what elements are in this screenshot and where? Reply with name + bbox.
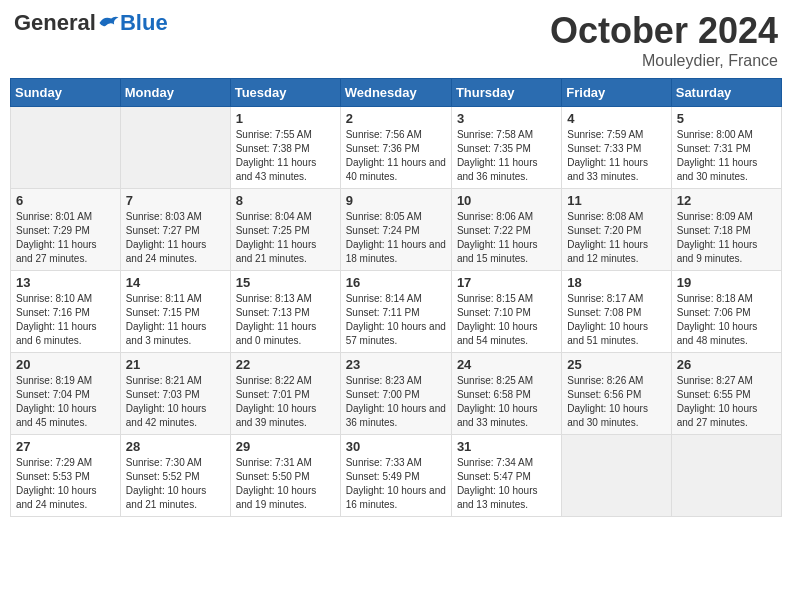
- weekday-header-wednesday: Wednesday: [340, 79, 451, 107]
- calendar-cell: 23Sunrise: 8:23 AMSunset: 7:00 PMDayligh…: [340, 353, 451, 435]
- day-info: Sunrise: 8:01 AMSunset: 7:29 PMDaylight:…: [16, 210, 115, 266]
- day-info: Sunrise: 7:55 AMSunset: 7:38 PMDaylight:…: [236, 128, 335, 184]
- day-info: Sunrise: 8:08 AMSunset: 7:20 PMDaylight:…: [567, 210, 665, 266]
- day-info: Sunrise: 8:13 AMSunset: 7:13 PMDaylight:…: [236, 292, 335, 348]
- calendar-cell: 15Sunrise: 8:13 AMSunset: 7:13 PMDayligh…: [230, 271, 340, 353]
- day-number: 10: [457, 193, 556, 208]
- day-number: 3: [457, 111, 556, 126]
- calendar-cell: 31Sunrise: 7:34 AMSunset: 5:47 PMDayligh…: [451, 435, 561, 517]
- calendar-week-2: 6Sunrise: 8:01 AMSunset: 7:29 PMDaylight…: [11, 189, 782, 271]
- calendar-cell: [562, 435, 671, 517]
- day-info: Sunrise: 8:18 AMSunset: 7:06 PMDaylight:…: [677, 292, 776, 348]
- day-number: 27: [16, 439, 115, 454]
- day-info: Sunrise: 7:58 AMSunset: 7:35 PMDaylight:…: [457, 128, 556, 184]
- day-number: 24: [457, 357, 556, 372]
- calendar-cell: 13Sunrise: 8:10 AMSunset: 7:16 PMDayligh…: [11, 271, 121, 353]
- calendar-cell: 27Sunrise: 7:29 AMSunset: 5:53 PMDayligh…: [11, 435, 121, 517]
- day-number: 4: [567, 111, 665, 126]
- calendar-cell: 16Sunrise: 8:14 AMSunset: 7:11 PMDayligh…: [340, 271, 451, 353]
- calendar-week-1: 1Sunrise: 7:55 AMSunset: 7:38 PMDaylight…: [11, 107, 782, 189]
- day-number: 29: [236, 439, 335, 454]
- calendar-table: SundayMondayTuesdayWednesdayThursdayFrid…: [10, 78, 782, 517]
- calendar-cell: 18Sunrise: 8:17 AMSunset: 7:08 PMDayligh…: [562, 271, 671, 353]
- day-number: 2: [346, 111, 446, 126]
- day-number: 6: [16, 193, 115, 208]
- calendar-cell: 11Sunrise: 8:08 AMSunset: 7:20 PMDayligh…: [562, 189, 671, 271]
- calendar-cell: 24Sunrise: 8:25 AMSunset: 6:58 PMDayligh…: [451, 353, 561, 435]
- page-header: General Blue October 2024 Mouleydier, Fr…: [10, 10, 782, 70]
- day-number: 7: [126, 193, 225, 208]
- calendar-cell: 1Sunrise: 7:55 AMSunset: 7:38 PMDaylight…: [230, 107, 340, 189]
- day-number: 16: [346, 275, 446, 290]
- day-number: 26: [677, 357, 776, 372]
- day-number: 13: [16, 275, 115, 290]
- calendar-cell: 3Sunrise: 7:58 AMSunset: 7:35 PMDaylight…: [451, 107, 561, 189]
- calendar-cell: 5Sunrise: 8:00 AMSunset: 7:31 PMDaylight…: [671, 107, 781, 189]
- calendar-week-3: 13Sunrise: 8:10 AMSunset: 7:16 PMDayligh…: [11, 271, 782, 353]
- day-info: Sunrise: 7:56 AMSunset: 7:36 PMDaylight:…: [346, 128, 446, 184]
- calendar-cell: 17Sunrise: 8:15 AMSunset: 7:10 PMDayligh…: [451, 271, 561, 353]
- calendar-cell: 29Sunrise: 7:31 AMSunset: 5:50 PMDayligh…: [230, 435, 340, 517]
- calendar-cell: 26Sunrise: 8:27 AMSunset: 6:55 PMDayligh…: [671, 353, 781, 435]
- day-info: Sunrise: 8:23 AMSunset: 7:00 PMDaylight:…: [346, 374, 446, 430]
- day-number: 20: [16, 357, 115, 372]
- calendar-cell: [11, 107, 121, 189]
- weekday-header-sunday: Sunday: [11, 79, 121, 107]
- calendar-cell: 30Sunrise: 7:33 AMSunset: 5:49 PMDayligh…: [340, 435, 451, 517]
- logo-bird-icon: [98, 14, 120, 32]
- weekday-header-monday: Monday: [120, 79, 230, 107]
- day-number: 11: [567, 193, 665, 208]
- day-info: Sunrise: 8:09 AMSunset: 7:18 PMDaylight:…: [677, 210, 776, 266]
- calendar-cell: 12Sunrise: 8:09 AMSunset: 7:18 PMDayligh…: [671, 189, 781, 271]
- day-info: Sunrise: 8:10 AMSunset: 7:16 PMDaylight:…: [16, 292, 115, 348]
- calendar-cell: 19Sunrise: 8:18 AMSunset: 7:06 PMDayligh…: [671, 271, 781, 353]
- day-info: Sunrise: 8:21 AMSunset: 7:03 PMDaylight:…: [126, 374, 225, 430]
- calendar-cell: 14Sunrise: 8:11 AMSunset: 7:15 PMDayligh…: [120, 271, 230, 353]
- calendar-cell: 25Sunrise: 8:26 AMSunset: 6:56 PMDayligh…: [562, 353, 671, 435]
- weekday-header-thursday: Thursday: [451, 79, 561, 107]
- day-info: Sunrise: 7:31 AMSunset: 5:50 PMDaylight:…: [236, 456, 335, 512]
- day-info: Sunrise: 8:14 AMSunset: 7:11 PMDaylight:…: [346, 292, 446, 348]
- calendar-cell: 22Sunrise: 8:22 AMSunset: 7:01 PMDayligh…: [230, 353, 340, 435]
- calendar-cell: 6Sunrise: 8:01 AMSunset: 7:29 PMDaylight…: [11, 189, 121, 271]
- logo-general: General: [14, 10, 96, 36]
- day-number: 8: [236, 193, 335, 208]
- day-info: Sunrise: 7:59 AMSunset: 7:33 PMDaylight:…: [567, 128, 665, 184]
- day-number: 23: [346, 357, 446, 372]
- day-info: Sunrise: 8:17 AMSunset: 7:08 PMDaylight:…: [567, 292, 665, 348]
- calendar-cell: 28Sunrise: 7:30 AMSunset: 5:52 PMDayligh…: [120, 435, 230, 517]
- day-number: 22: [236, 357, 335, 372]
- calendar-cell: 2Sunrise: 7:56 AMSunset: 7:36 PMDaylight…: [340, 107, 451, 189]
- day-number: 31: [457, 439, 556, 454]
- calendar-week-4: 20Sunrise: 8:19 AMSunset: 7:04 PMDayligh…: [11, 353, 782, 435]
- day-number: 28: [126, 439, 225, 454]
- day-number: 19: [677, 275, 776, 290]
- day-info: Sunrise: 8:26 AMSunset: 6:56 PMDaylight:…: [567, 374, 665, 430]
- day-number: 9: [346, 193, 446, 208]
- day-info: Sunrise: 8:03 AMSunset: 7:27 PMDaylight:…: [126, 210, 225, 266]
- day-info: Sunrise: 7:34 AMSunset: 5:47 PMDaylight:…: [457, 456, 556, 512]
- day-number: 18: [567, 275, 665, 290]
- calendar-week-5: 27Sunrise: 7:29 AMSunset: 5:53 PMDayligh…: [11, 435, 782, 517]
- calendar-cell: 8Sunrise: 8:04 AMSunset: 7:25 PMDaylight…: [230, 189, 340, 271]
- day-number: 25: [567, 357, 665, 372]
- calendar-cell: 21Sunrise: 8:21 AMSunset: 7:03 PMDayligh…: [120, 353, 230, 435]
- day-info: Sunrise: 8:00 AMSunset: 7:31 PMDaylight:…: [677, 128, 776, 184]
- day-number: 17: [457, 275, 556, 290]
- day-number: 12: [677, 193, 776, 208]
- day-info: Sunrise: 7:33 AMSunset: 5:49 PMDaylight:…: [346, 456, 446, 512]
- location: Mouleydier, France: [550, 52, 778, 70]
- logo-blue: Blue: [120, 10, 168, 36]
- weekday-header-tuesday: Tuesday: [230, 79, 340, 107]
- day-info: Sunrise: 7:29 AMSunset: 5:53 PMDaylight:…: [16, 456, 115, 512]
- calendar-cell: [120, 107, 230, 189]
- day-info: Sunrise: 8:27 AMSunset: 6:55 PMDaylight:…: [677, 374, 776, 430]
- calendar-cell: 4Sunrise: 7:59 AMSunset: 7:33 PMDaylight…: [562, 107, 671, 189]
- calendar-cell: 10Sunrise: 8:06 AMSunset: 7:22 PMDayligh…: [451, 189, 561, 271]
- day-number: 1: [236, 111, 335, 126]
- calendar-cell: [671, 435, 781, 517]
- day-number: 14: [126, 275, 225, 290]
- calendar-cell: 20Sunrise: 8:19 AMSunset: 7:04 PMDayligh…: [11, 353, 121, 435]
- logo: General Blue: [14, 10, 168, 36]
- day-number: 15: [236, 275, 335, 290]
